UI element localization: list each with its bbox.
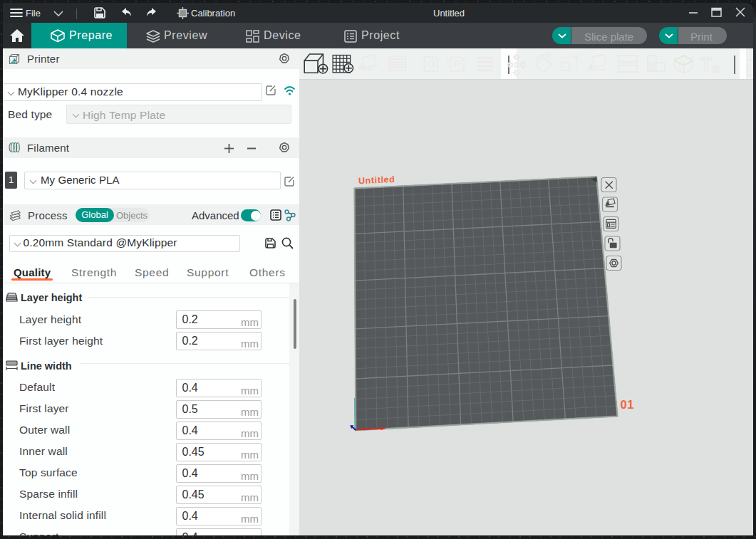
svg-text:a: a — [713, 61, 720, 75]
svg-text:T: T — [700, 53, 712, 75]
